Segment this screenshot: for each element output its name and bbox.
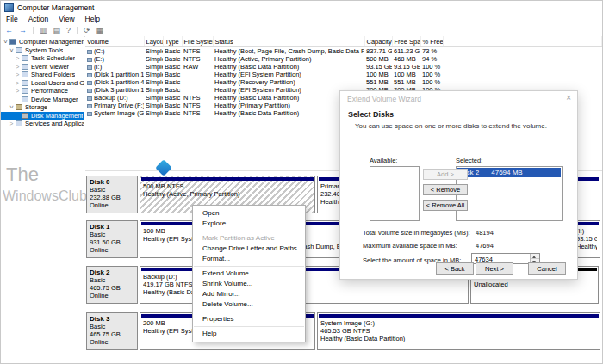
available-label: Available: (370, 157, 397, 164)
context-item-format[interactable]: Format... (193, 254, 305, 264)
volume-name: Primary Drive (F:) (94, 102, 144, 109)
remove-button[interactable]: < Remove (423, 184, 468, 195)
column-header-free[interactable]: % Free (420, 36, 443, 47)
sidebar-item-task-scheduler[interactable]: >Task Scheduler (1, 54, 84, 63)
sidebar-item-system-tools[interactable]: >System Tools (1, 46, 84, 55)
disk-type: Basic (90, 186, 134, 194)
sidebar-item-performance[interactable]: >Performance (1, 87, 84, 96)
disk-info[interactable]: Disk 3Basic465.75 GBOnline (86, 312, 138, 350)
folder-icon (16, 47, 22, 53)
console-tree-icon[interactable]: ▥ (40, 26, 47, 35)
chevron-expanded-icon[interactable]: > (9, 104, 15, 110)
chevron-collapsed-icon[interactable]: > (15, 64, 21, 70)
chevron-collapsed-icon[interactable]: > (9, 120, 15, 126)
menu-item-help[interactable]: Help (80, 14, 105, 25)
sidebar-item-shared-folders[interactable]: >Shared Folders (1, 71, 84, 79)
column-header-capacity[interactable]: Capacity (364, 36, 392, 47)
computer-management-window: Computer Management FileActionViewHelp ←… (0, 0, 603, 364)
column-header-free-space[interactable]: Free Space (392, 36, 420, 47)
context-item-help[interactable]: Help (193, 329, 305, 339)
menu-item-file[interactable]: File (1, 14, 23, 25)
disk-name: Disk 0 (90, 178, 134, 186)
disk-size: 931.50 GB (90, 238, 134, 246)
volume-icon (87, 58, 92, 62)
context-item-change-drive-letter-and-paths[interactable]: Change Drive Letter and Paths... (193, 244, 305, 254)
chevron-collapsed-icon[interactable]: > (15, 55, 21, 61)
volume-row[interactable]: (I:)SimpleBasicRAWHealthy (Basic Data Pa… (85, 63, 602, 71)
users-icon (22, 80, 28, 86)
context-item-add-mirror[interactable]: Add Mirror... (193, 289, 305, 299)
disk-size: 232.88 GB (90, 194, 134, 201)
back-button[interactable]: < Back (436, 262, 474, 275)
context-menu-separator (194, 326, 304, 327)
sidebar-item-disk-management[interactable]: Disk Management (1, 112, 84, 120)
export-list-icon[interactable]: ▤ (53, 26, 61, 35)
context-menu-separator (194, 266, 304, 267)
column-header-type[interactable]: Type (163, 36, 182, 47)
volume-row[interactable]: (Disk 1 partition 4)SimpleBasicHealthy (… (85, 78, 602, 86)
disk-size: 465.75 GB (90, 330, 134, 338)
disk-info[interactable]: Disk 2Basic465.75 GBOnline (86, 266, 138, 304)
close-icon[interactable]: × (566, 93, 571, 103)
context-item-explore[interactable]: Explore (193, 219, 305, 229)
chevron-collapsed-icon[interactable]: > (15, 80, 21, 86)
menu-item-action[interactable]: Action (23, 14, 54, 25)
sidebar-item-storage[interactable]: >Storage (1, 103, 84, 112)
volume-row[interactable]: (C:)SimpleBasicNTFSHealthy (Boot, Page F… (85, 47, 602, 56)
context-item-properties[interactable]: Properties (193, 314, 305, 324)
chevron-expanded-icon[interactable]: > (3, 39, 9, 45)
selected-disk-item[interactable]: Disk 247694 MB (457, 168, 561, 177)
back-icon[interactable]: ← (5, 26, 13, 35)
volume-row[interactable]: (E:)SimpleBasicNTFSHealthy (Active, Prim… (85, 55, 602, 63)
add-button: Add > (423, 169, 468, 180)
wizard-heading: Select Disks (348, 110, 394, 119)
remove-all-button[interactable]: < Remove All (423, 200, 468, 211)
storage-icon (16, 104, 22, 110)
volume-name: Backup (D:) (94, 94, 128, 102)
chevron-collapsed-icon[interactable]: > (15, 71, 21, 77)
sidebar-item-services-and-applications[interactable]: >Services and Applications (1, 120, 84, 128)
disk-info[interactable]: Disk 1Basic931.50 GBOnline (86, 220, 138, 258)
next-button[interactable]: Next > (476, 262, 513, 275)
column-header-layout[interactable]: Layout (144, 36, 163, 47)
refresh-icon[interactable]: ⟳ (84, 26, 90, 35)
sidebar-item-device-manager[interactable]: Device Manager (1, 96, 84, 104)
cancel-button[interactable]: Cancel (528, 262, 566, 275)
available-listbox[interactable] (370, 166, 420, 221)
context-item-extend-volume[interactable]: Extend Volume... (193, 268, 305, 279)
volume-row[interactable]: (Disk 1 partition 1)SimpleBasicHealthy (… (85, 71, 602, 78)
disk-info[interactable]: Disk 0Basic232.88 GBOnline (86, 176, 138, 213)
column-header-file-system[interactable]: File System (182, 36, 213, 47)
column-header-volume[interactable]: Volume (85, 36, 144, 47)
app-icon (4, 3, 14, 12)
forward-icon[interactable]: → (19, 26, 27, 35)
chevron-collapsed-icon[interactable]: > (15, 88, 21, 94)
volume-icon (87, 81, 92, 85)
column-header-status[interactable]: Status (213, 36, 364, 47)
toolbar-separator (77, 27, 78, 34)
menu-bar: FileActionViewHelp (1, 14, 602, 25)
sidebar-item-local-users-and-groups[interactable]: >Local Users and Groups (1, 79, 84, 88)
volume-icon (87, 73, 92, 77)
menu-item-view[interactable]: View (53, 14, 79, 25)
sidebar-item-event-viewer[interactable]: >Event Viewer (1, 63, 84, 71)
help-icon[interactable]: ? (66, 26, 71, 35)
disk-status: Online (90, 292, 134, 299)
sidebar-item-computer-management-local[interactable]: >Computer Management (Local) (1, 38, 84, 46)
context-menu: OpenExploreMark Partition as ActiveChang… (192, 205, 306, 342)
sidebar: >Computer Management (Local)>System Tool… (1, 36, 84, 363)
chevron-expanded-icon[interactable]: > (9, 47, 15, 53)
context-item-shrink-volume[interactable]: Shrink Volume... (193, 279, 305, 289)
wizard-title: Extend Volume Wizard (347, 95, 421, 103)
context-item-delete-volume[interactable]: Delete Volume... (193, 299, 305, 310)
selected-listbox[interactable]: Disk 247694 MB (456, 166, 563, 221)
partition-system-image-g[interactable]: System Image (G:)465.53 GB NTFSHealthy (… (317, 312, 600, 350)
disk-properties-icon[interactable]: ▦ (96, 26, 104, 35)
disk-type: Basic (90, 276, 134, 284)
volume-icon (87, 112, 92, 116)
selected-label: Selected: (456, 157, 482, 164)
title-bar[interactable]: Computer Management (1, 1, 602, 14)
volume-name: (Disk 1 partition 4) (94, 78, 144, 86)
context-item-open[interactable]: Open (193, 208, 305, 219)
device-manager-icon (22, 96, 28, 102)
